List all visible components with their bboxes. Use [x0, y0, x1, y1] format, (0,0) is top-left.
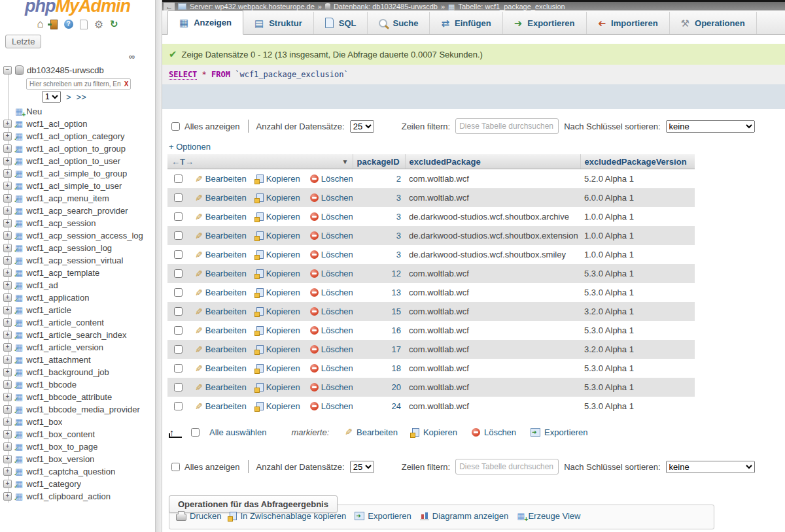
edit-link[interactable]: Bearbeiten	[195, 307, 247, 317]
edit-link[interactable]: Bearbeiten	[195, 288, 247, 298]
expand-icon[interactable]	[3, 281, 12, 290]
bulk-action-label[interactable]: Exportieren	[544, 427, 587, 437]
tree-item-table[interactable]: wcf1_acl_option	[0, 118, 155, 130]
table-name[interactable]: wcf1_box_version	[26, 454, 94, 464]
table-name[interactable]: wcf1_acp_session_virtual	[26, 256, 123, 265]
row-count-select[interactable]: 25	[350, 461, 374, 473]
row-checkbox[interactable]	[174, 402, 183, 410]
table-name[interactable]: wcf1_acl_option_to_user	[26, 156, 120, 166]
expand-icon[interactable]	[3, 343, 12, 352]
edit-link[interactable]: Bearbeiten	[195, 250, 247, 260]
tree-db-node[interactable]: db1032485-urwscdb	[0, 64, 155, 76]
delete-link[interactable]: Löschen	[310, 344, 353, 354]
row-checkbox[interactable]	[174, 231, 183, 240]
edit-link-label[interactable]: Bearbeiten	[205, 307, 247, 316]
copy-link-label[interactable]: Kopieren	[266, 382, 300, 392]
edit-link[interactable]: Bearbeiten	[195, 174, 247, 184]
tree-item-table[interactable]: wcf1_article_content	[0, 316, 155, 329]
table-name[interactable]: wcf1_acp_session	[26, 218, 96, 228]
tree-item-table[interactable]: wcf1_article_search_index	[0, 329, 155, 341]
tree-item-table[interactable]: wcf1_ad	[0, 279, 155, 291]
settings-icon[interactable]	[94, 18, 103, 31]
row-checkbox[interactable]	[174, 364, 183, 373]
tree-item-table[interactable]: wcf1_acl_option_to_group	[0, 142, 155, 155]
table-name[interactable]: wcf1_acp_search_provider	[26, 206, 128, 216]
check-all-checkbox[interactable]	[191, 428, 200, 437]
copy-link[interactable]: Kopieren	[256, 344, 300, 354]
tree-item-table[interactable]: wcf1_acp_session_log	[0, 242, 155, 254]
table-name[interactable]: wcf1_box_to_page	[26, 442, 97, 452]
row-checkbox[interactable]	[174, 269, 183, 278]
filter-rows-input[interactable]	[455, 459, 559, 474]
copy-link[interactable]: Kopieren	[256, 174, 300, 184]
delete-link[interactable]: Löschen	[310, 307, 353, 316]
table-name[interactable]: wcf1_category	[26, 479, 81, 489]
delete-link[interactable]: Löschen	[310, 401, 353, 411]
copy-link-label[interactable]: Kopieren	[266, 212, 300, 222]
next-page-link[interactable]: >	[66, 92, 71, 102]
delete-link[interactable]: Löschen	[310, 174, 353, 184]
table-name[interactable]: wcf1_box_content	[26, 429, 95, 439]
sidebar-scrollbar[interactable]	[155, 0, 162, 532]
show-all-label[interactable]: Alles anzeigen	[184, 122, 240, 131]
tree-item-table[interactable]: wcf1_acl_option_to_user	[0, 155, 155, 167]
tree-item-table[interactable]: wcf1_box	[0, 416, 155, 428]
delete-link-label[interactable]: Löschen	[321, 269, 353, 278]
tree-item-table[interactable]: wcf1_acp_session_virtual	[0, 254, 155, 267]
expand-icon[interactable]	[3, 244, 12, 252]
table-name[interactable]: wcf1_article_search_index	[26, 330, 126, 340]
expand-icon[interactable]	[3, 144, 12, 153]
back-button[interactable]: ←	[164, 3, 175, 10]
table-name[interactable]: wcf1_acl_option_to_group	[26, 144, 126, 154]
copy-link-label[interactable]: Kopieren	[266, 193, 300, 203]
copy-link[interactable]: Kopieren	[256, 401, 300, 411]
table-name[interactable]: wcf1_acl_simple_to_user	[26, 181, 122, 191]
table-name[interactable]: wcf1_acp_template	[26, 268, 99, 278]
table-name[interactable]: wcf1_ad	[26, 280, 58, 290]
tree-item-table[interactable]: wcf1_background_job	[0, 366, 155, 378]
bulk-action-link[interactable]: Exportieren	[531, 427, 587, 437]
expand-icon[interactable]	[3, 442, 12, 451]
table-name[interactable]: wcf1_acl_simple_to_group	[26, 169, 127, 178]
copy-link-label[interactable]: Kopieren	[266, 174, 300, 184]
delete-link-label[interactable]: Löschen	[321, 231, 353, 241]
table-name[interactable]: wcf1_article	[26, 305, 71, 315]
copy-link-label[interactable]: Kopieren	[266, 344, 300, 354]
copy-link[interactable]: Kopieren	[256, 288, 300, 297]
tree-item-table[interactable]: wcf1_acp_template	[0, 267, 155, 279]
expand-icon[interactable]	[3, 418, 12, 426]
expand-icon[interactable]	[3, 132, 12, 141]
query-operation-label[interactable]: Diagramm anzeigen	[432, 511, 508, 521]
copy-link[interactable]: Kopieren	[256, 307, 300, 316]
delete-link[interactable]: Löschen	[310, 382, 353, 392]
table-name[interactable]: wcf1_acl_option_category	[26, 131, 124, 141]
tree-item-table[interactable]: wcf1_acp_menu_item	[0, 192, 155, 205]
new-table-label[interactable]: Neu	[26, 107, 42, 116]
tree-item-table[interactable]: wcf1_bbcode_media_provider	[0, 403, 155, 416]
row-count-select[interactable]: 25	[350, 120, 374, 133]
expand-icon[interactable]	[3, 219, 12, 227]
tree-item-table[interactable]: wcf1_attachment	[0, 354, 155, 366]
row-checkbox[interactable]	[174, 288, 183, 297]
expand-icon[interactable]	[3, 306, 12, 314]
delete-link-label[interactable]: Löschen	[321, 288, 353, 297]
row-checkbox[interactable]	[174, 326, 183, 335]
tree-item-table[interactable]: wcf1_acp_session_access_log	[0, 229, 155, 242]
copy-link[interactable]: Kopieren	[256, 193, 300, 203]
delete-link[interactable]: Löschen	[310, 212, 353, 222]
delete-link-label[interactable]: Löschen	[321, 174, 353, 184]
edit-link[interactable]: Bearbeiten	[195, 382, 247, 393]
table-name[interactable]: wcf1_acp_session_access_log	[26, 231, 143, 241]
delete-link[interactable]: Löschen	[310, 231, 353, 241]
tab[interactable]: Suche	[368, 12, 430, 34]
bulk-action-label[interactable]: Löschen	[484, 427, 516, 437]
copy-link[interactable]: Kopieren	[256, 212, 300, 222]
edit-link-label[interactable]: Bearbeiten	[205, 174, 247, 184]
tree-item-table[interactable]: wcf1_acp_search_provider	[0, 205, 155, 217]
edit-link[interactable]: Bearbeiten	[195, 193, 247, 203]
copy-link-label[interactable]: Kopieren	[266, 288, 300, 297]
tab[interactable]: ⚒ Operationen	[670, 12, 757, 34]
expand-icon[interactable]	[3, 405, 12, 414]
check-all-icon[interactable]	[169, 427, 182, 438]
expand-icon[interactable]	[3, 120, 12, 128]
